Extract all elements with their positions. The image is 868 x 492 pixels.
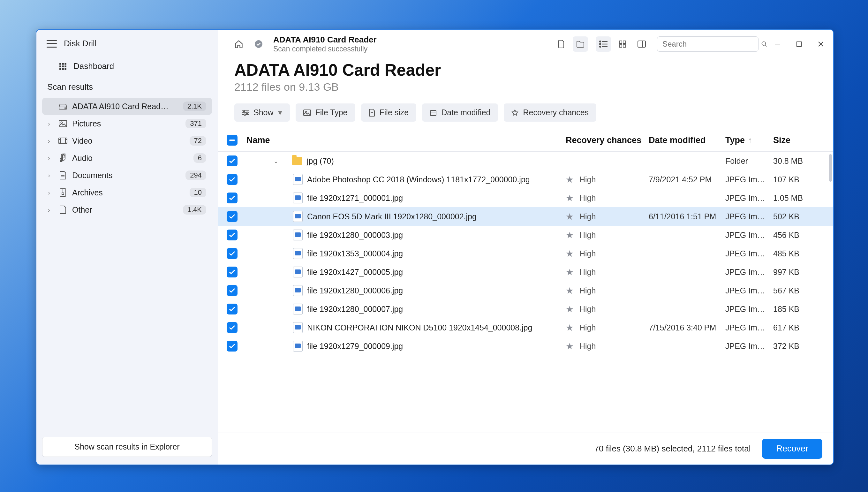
select-all-checkbox[interactable] <box>227 135 238 146</box>
table-row[interactable]: file 1920x1280_000006.jpg★HighJPEG Im…56… <box>218 281 833 300</box>
menu-icon[interactable] <box>47 40 57 48</box>
chevron-right-icon: › <box>48 172 54 179</box>
audio-icon <box>58 153 68 163</box>
sidebar-item-label: Other <box>72 205 178 215</box>
filter-recovery-chances[interactable]: Recovery chances <box>504 103 596 122</box>
row-checkbox[interactable] <box>227 229 238 240</box>
name-cell: ⌄jpg (70) <box>238 156 566 166</box>
row-checkbox[interactable] <box>227 193 238 203</box>
recovery-cell: ★High <box>566 193 649 203</box>
column-recovery[interactable]: Recovery chances <box>566 136 649 145</box>
table-row[interactable]: file 1920x1280_000003.jpg★HighJPEG Im…45… <box>218 226 833 244</box>
filter-date-modified[interactable]: Date modified <box>422 103 498 122</box>
search-box[interactable] <box>657 36 759 52</box>
scrollbar-thumb[interactable] <box>829 154 832 182</box>
maximize-button[interactable] <box>794 39 804 49</box>
breadcrumb-title: ADATA AI910 Card Reader <box>273 35 377 45</box>
footer: 70 files (30.8 MB) selected, 2112 files … <box>218 433 833 465</box>
name-cell: file 1920x1353_000004.jpg <box>238 248 566 259</box>
row-checkbox[interactable] <box>227 285 238 296</box>
column-size[interactable]: Size <box>773 136 824 145</box>
name-cell: file 1920x1279_000009.jpg <box>238 341 566 351</box>
sidebar-item-label: Pictures <box>72 119 181 128</box>
sidebar-item-other[interactable]: ›Other1.4K <box>42 201 212 218</box>
sidebar-item-audio[interactable]: ›Audio6 <box>42 149 212 167</box>
sidebar-item-count: 371 <box>185 119 206 128</box>
filter-file-type[interactable]: File Type <box>296 103 355 122</box>
table-row[interactable]: Canon EOS 5D Mark III 1920x1280_000002.j… <box>218 207 833 226</box>
sidebar-item-archives[interactable]: ›Archives10 <box>42 184 212 201</box>
recovery-cell: ★High <box>566 267 649 277</box>
table-row[interactable]: NIKON CORPORATION NIKON D5100 1920x1454_… <box>218 318 833 337</box>
row-checkbox[interactable] <box>227 322 238 333</box>
sidebar-header: Disk Drill <box>36 35 218 56</box>
row-checkbox[interactable] <box>227 155 238 166</box>
table-row[interactable]: file 1920x1353_000004.jpg★HighJPEG Im…48… <box>218 244 833 263</box>
sidebar-tree: ADATA AI910 Card Read…2.1K›Pictures371›V… <box>36 98 218 218</box>
sidebar-item-pictures[interactable]: ›Pictures371 <box>42 115 212 132</box>
search-input[interactable] <box>663 40 758 49</box>
list-view-icon[interactable] <box>596 36 611 52</box>
column-name[interactable]: Name <box>238 136 566 145</box>
type-cell: JPEG Im… <box>725 175 773 184</box>
sidebar-item-adata-ai910-card-read-[interactable]: ADATA AI910 Card Read…2.1K <box>42 98 212 115</box>
minimize-button[interactable] <box>772 39 783 49</box>
sidebar-item-label: Video <box>72 136 185 146</box>
home-icon[interactable] <box>231 36 246 52</box>
table-body[interactable]: ⌄jpg (70)Folder30.8 MBAdobe Photoshop CC… <box>218 152 833 433</box>
size-cell: 617 KB <box>773 323 824 333</box>
table-header: Name Recovery chances Date modified Type… <box>218 129 833 152</box>
row-checkbox[interactable] <box>227 211 238 222</box>
jpeg-file-icon <box>293 322 303 333</box>
structure-view-group <box>553 36 588 52</box>
row-checkbox[interactable] <box>227 267 238 277</box>
svg-rect-11 <box>59 120 67 127</box>
sidebar: Disk Drill Dashboard Scan results ADATA … <box>36 30 218 465</box>
sidebar-item-label: Documents <box>72 171 181 180</box>
svg-point-27 <box>599 41 601 42</box>
calendar-icon <box>430 109 437 116</box>
page-title: ADATA AI910 Card Reader <box>234 60 817 79</box>
sidebar-item-count: 1.4K <box>183 205 206 215</box>
row-checkbox[interactable] <box>227 174 238 185</box>
filter-file-type-label: File Type <box>315 108 348 117</box>
table-row[interactable]: file 1920x1279_000009.jpg★HighJPEG Im…37… <box>218 337 833 355</box>
split-view-icon[interactable] <box>634 36 649 52</box>
document-icon <box>58 171 68 179</box>
row-checkbox[interactable] <box>227 341 238 351</box>
close-button[interactable] <box>815 39 826 49</box>
chevron-right-icon: › <box>48 189 54 196</box>
folder-view-icon[interactable] <box>573 36 588 52</box>
svg-rect-55 <box>430 110 436 116</box>
column-type[interactable]: Type ↑ <box>725 136 773 145</box>
name-cell: file 1920x1280_000006.jpg <box>238 285 566 296</box>
svg-rect-0 <box>59 63 61 65</box>
table-row[interactable]: Adobe Photoshop CC 2018 (Windows) 1181x1… <box>218 170 833 189</box>
sidebar-item-documents[interactable]: ›Documents294 <box>42 167 212 184</box>
recover-button[interactable]: Recover <box>762 439 822 459</box>
check-circle-icon <box>251 36 266 52</box>
table-row[interactable]: file 1920x1271_000001.jpg★HighJPEG Im…1.… <box>218 189 833 207</box>
grid-view-icon[interactable] <box>615 36 630 52</box>
chevron-down-icon[interactable]: ⌄ <box>273 157 279 165</box>
column-type-label: Type <box>725 136 745 145</box>
breadcrumb-subtitle: Scan completed successfully <box>273 45 377 53</box>
column-date[interactable]: Date modified <box>649 136 725 145</box>
svg-rect-13 <box>59 138 67 144</box>
filter-show[interactable]: Show ▾ <box>234 103 290 122</box>
file-view-icon[interactable] <box>553 36 569 52</box>
nav-dashboard[interactable]: Dashboard <box>36 56 218 76</box>
row-checkbox[interactable] <box>227 248 238 259</box>
row-checkbox[interactable] <box>227 304 238 315</box>
jpeg-file-icon <box>293 211 303 222</box>
filter-file-size[interactable]: File size <box>361 103 417 122</box>
file-icon <box>369 109 375 117</box>
table-row[interactable]: file 1920x1280_000007.jpg★HighJPEG Im…18… <box>218 300 833 318</box>
folder-row[interactable]: ⌄jpg (70)Folder30.8 MB <box>218 152 833 170</box>
sidebar-item-video[interactable]: ›Video72 <box>42 132 212 149</box>
type-cell: JPEG Im… <box>725 268 773 277</box>
drive-icon <box>58 103 68 109</box>
show-in-explorer-button[interactable]: Show scan results in Explorer <box>42 437 212 457</box>
table-row[interactable]: file 1920x1427_000005.jpg★HighJPEG Im…99… <box>218 263 833 281</box>
file-name: Adobe Photoshop CC 2018 (Windows) 1181x1… <box>307 175 530 184</box>
